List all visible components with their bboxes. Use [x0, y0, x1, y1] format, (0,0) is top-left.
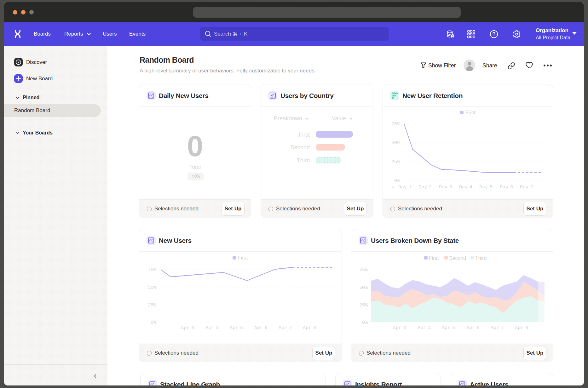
- svg-text:Second: Second: [449, 255, 466, 261]
- svg-text:Day 6: Day 6: [500, 185, 513, 190]
- svg-text:Apr 7: Apr 7: [279, 325, 292, 331]
- svg-text:Apr 6: Apr 6: [466, 325, 480, 331]
- svg-text:Apr 3: Apr 3: [393, 325, 406, 331]
- svg-text:Apr 5: Apr 5: [442, 325, 455, 331]
- svg-text:<: <: [391, 185, 394, 190]
- svg-text:Apr 7: Apr 7: [491, 325, 504, 331]
- svg-text:Apr 4: Apr 4: [418, 325, 431, 331]
- svg-text:50%: 50%: [148, 285, 157, 290]
- svg-text:Day 2: Day 2: [418, 185, 432, 190]
- svg-text:Third: Third: [475, 255, 487, 261]
- svg-text:50%: 50%: [391, 140, 400, 146]
- svg-text:Day 7: Day 7: [520, 185, 533, 190]
- svg-text:0%: 0%: [362, 320, 368, 325]
- svg-text:25%: 25%: [359, 303, 368, 308]
- svg-text:0%: 0%: [151, 320, 157, 325]
- svg-text:First: First: [429, 255, 439, 261]
- svg-text:Apr 5: Apr 5: [230, 325, 243, 331]
- svg-text:0%: 0%: [394, 178, 400, 184]
- svg-text:Day 5: Day 5: [479, 185, 493, 190]
- svg-text:75%: 75%: [359, 267, 368, 273]
- svg-text:Apr 8: Apr 8: [303, 325, 316, 331]
- svg-text:25%: 25%: [391, 159, 400, 165]
- svg-text:25%: 25%: [148, 303, 157, 308]
- svg-text:Apr 4: Apr 4: [205, 325, 219, 331]
- svg-text:Day 1: Day 1: [398, 185, 412, 190]
- svg-text:75%: 75%: [148, 267, 157, 273]
- svg-text:75%: 75%: [391, 122, 400, 127]
- svg-text:Day 3: Day 3: [439, 185, 452, 190]
- svg-text:50%: 50%: [359, 285, 368, 290]
- svg-text:Day 4: Day 4: [459, 185, 472, 190]
- svg-text:First: First: [465, 110, 476, 115]
- svg-text:Apr 8: Apr 8: [515, 325, 528, 331]
- svg-text:Apr 3: Apr 3: [181, 325, 194, 331]
- svg-text:Apr 6: Apr 6: [254, 325, 268, 331]
- svg-text:First: First: [238, 255, 248, 260]
